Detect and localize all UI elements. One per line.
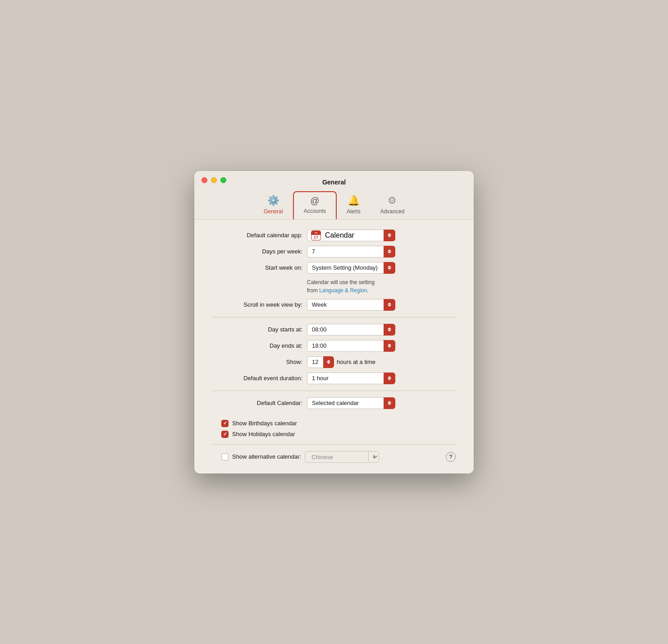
at-icon: @ bbox=[310, 196, 319, 206]
note-text-1: Calendar will use the setting bbox=[307, 279, 375, 285]
holidays-checkbox[interactable]: ✓ bbox=[221, 431, 229, 438]
cal-day: 17 bbox=[314, 235, 318, 239]
window-title: General bbox=[201, 179, 467, 186]
show-label: Show: bbox=[212, 359, 302, 365]
gear-icon: ⚙️ bbox=[267, 195, 279, 207]
cal-header: ▪▪▪ bbox=[311, 231, 320, 235]
alt-calendar-label: Show alternative calendar: bbox=[232, 453, 301, 460]
alt-select-arrows bbox=[368, 451, 379, 463]
birthdays-row: ✓ Show Birthdays calendar bbox=[221, 420, 456, 427]
advanced-gear-icon: ⚙ bbox=[388, 195, 397, 207]
language-region-link[interactable]: Language & Region bbox=[319, 287, 367, 294]
calendar-app-inner: ▪▪▪ 17 Calendar bbox=[307, 230, 395, 240]
note-text-3: . bbox=[367, 287, 368, 294]
alt-calendar-select-wrapper: Chinese bbox=[305, 451, 379, 463]
show-hours-row: Show: hours at a time bbox=[212, 356, 456, 368]
alt-arrow-down bbox=[373, 457, 375, 459]
divider-1 bbox=[212, 317, 456, 317]
calendar-app-icon: ▪▪▪ 17 bbox=[311, 230, 321, 240]
spacer-1 bbox=[212, 414, 456, 420]
start-week-row: Start week on: System Setting (Monday) bbox=[212, 262, 456, 274]
hours-at-time-label: hours at a time bbox=[337, 359, 375, 365]
default-event-duration-label: Default event duration: bbox=[212, 375, 302, 382]
preferences-window: General ⚙️ General @ Accounts 🔔 Alerts ⚙… bbox=[194, 171, 474, 474]
bell-icon: 🔔 bbox=[348, 195, 360, 207]
default-calendar-label: Default Calendar: bbox=[212, 400, 302, 406]
day-starts-select-wrapper: 08:00 bbox=[307, 324, 395, 336]
checkmark-icon: ✓ bbox=[223, 432, 227, 437]
alt-calendar-checkbox[interactable] bbox=[221, 453, 229, 460]
default-calendar-app-label: Default calendar app: bbox=[212, 232, 302, 239]
birthdays-checkbox[interactable]: ✓ bbox=[221, 420, 229, 427]
alt-calendar-wrapper: Show alternative calendar: Chinese ? bbox=[212, 451, 456, 463]
note-text-2: from bbox=[307, 287, 319, 294]
arrow-down-icon bbox=[327, 362, 330, 364]
arrow-up-icon bbox=[327, 360, 330, 362]
scroll-week-select[interactable]: Week bbox=[307, 299, 395, 311]
default-event-duration-select-wrapper: 1 hour bbox=[307, 373, 395, 384]
days-per-week-row: Days per week: 7 bbox=[212, 246, 456, 258]
hours-stepper-wrapper bbox=[307, 356, 334, 368]
tab-alerts-label: Alerts bbox=[347, 208, 361, 215]
days-per-week-select-wrapper: 7 bbox=[307, 246, 395, 258]
default-calendar-app-select[interactable]: ▪▪▪ 17 Calendar bbox=[307, 230, 395, 241]
day-ends-row: Day ends at: 18:00 bbox=[212, 340, 456, 352]
titlebar: General ⚙️ General @ Accounts 🔔 Alerts ⚙… bbox=[194, 171, 474, 220]
start-week-label: Start week on: bbox=[212, 264, 302, 271]
tab-general[interactable]: ⚙️ General bbox=[254, 191, 293, 219]
default-calendar-app-row: Default calendar app: ▪▪▪ 17 Calendar bbox=[212, 230, 456, 241]
tab-accounts[interactable]: @ Accounts bbox=[293, 191, 337, 219]
tab-alerts[interactable]: 🔔 Alerts bbox=[337, 191, 371, 219]
holidays-label: Show Holidays calendar bbox=[232, 431, 295, 437]
tab-accounts-label: Accounts bbox=[304, 208, 326, 214]
default-event-duration-select[interactable]: 1 hour bbox=[307, 373, 395, 384]
default-calendar-select[interactable]: Selected calendar bbox=[307, 397, 395, 409]
days-per-week-select[interactable]: 7 bbox=[307, 246, 395, 258]
tabs-bar: ⚙️ General @ Accounts 🔔 Alerts ⚙ Advance… bbox=[254, 191, 414, 219]
alt-calendar-row: Show alternative calendar: Chinese bbox=[221, 451, 379, 463]
day-starts-row: Day starts at: 08:00 bbox=[212, 324, 456, 336]
tab-advanced[interactable]: ⚙ Advanced bbox=[371, 191, 414, 219]
scroll-week-row: Scroll in week view by: Week bbox=[212, 299, 456, 311]
day-starts-label: Day starts at: bbox=[212, 326, 302, 333]
default-calendar-row: Default Calendar: Selected calendar bbox=[212, 397, 456, 409]
day-ends-select[interactable]: 18:00 bbox=[307, 340, 395, 352]
start-week-note: Calendar will use the setting from Langu… bbox=[307, 278, 456, 294]
days-per-week-label: Days per week: bbox=[212, 248, 302, 255]
default-event-duration-row: Default event duration: 1 hour bbox=[212, 373, 456, 384]
divider-3 bbox=[212, 444, 456, 445]
tab-advanced-label: Advanced bbox=[380, 208, 404, 215]
day-starts-select[interactable]: 08:00 bbox=[307, 324, 395, 336]
show-hours-group: hours at a time bbox=[307, 356, 375, 368]
calendar-app-value: Calendar bbox=[325, 231, 354, 239]
day-ends-label: Day ends at: bbox=[212, 342, 302, 349]
start-week-select[interactable]: System Setting (Monday) bbox=[307, 262, 395, 274]
start-week-select-wrapper: System Setting (Monday) bbox=[307, 262, 395, 274]
alt-arrow-up bbox=[373, 455, 375, 456]
default-calendar-select-wrapper: Selected calendar bbox=[307, 397, 395, 409]
tab-general-label: General bbox=[264, 208, 283, 215]
scroll-week-select-wrapper: Week bbox=[307, 299, 395, 311]
day-ends-select-wrapper: 18:00 bbox=[307, 340, 395, 352]
birthdays-label: Show Birthdays calendar bbox=[232, 420, 297, 427]
help-button[interactable]: ? bbox=[446, 452, 456, 462]
divider-2 bbox=[212, 391, 456, 391]
default-calendar-app-select-wrapper: ▪▪▪ 17 Calendar bbox=[307, 230, 395, 241]
hours-stepper-arrows[interactable] bbox=[323, 356, 334, 368]
checkmark-icon: ✓ bbox=[223, 421, 227, 426]
content-area: Default calendar app: ▪▪▪ 17 Calendar bbox=[194, 220, 474, 474]
holidays-row: ✓ Show Holidays calendar bbox=[221, 431, 456, 438]
scroll-week-label: Scroll in week view by: bbox=[212, 301, 302, 308]
